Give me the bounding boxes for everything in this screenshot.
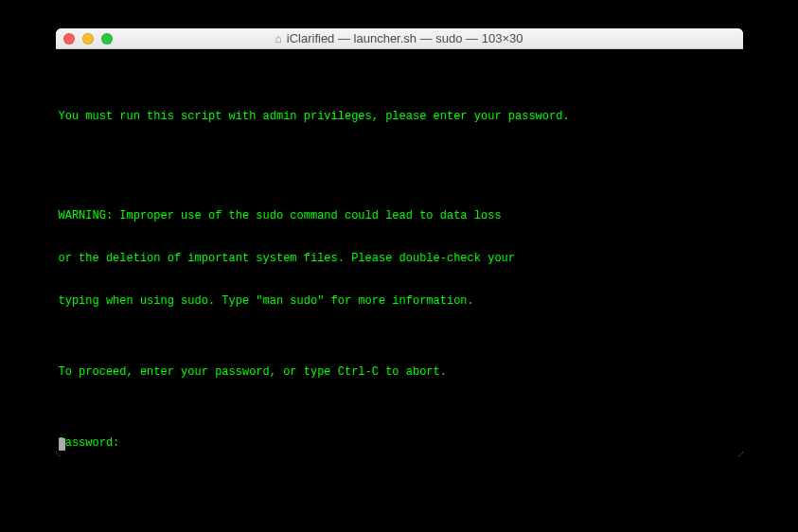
terminal-line: typing when using sudo. Type "man sudo" …: [59, 294, 740, 309]
terminal-window: ⌂ iClarified — launcher.sh — sudo — 103×…: [56, 28, 743, 456]
password-prompt: Password:: [59, 436, 740, 451]
terminal-cursor: [59, 438, 65, 451]
terminal-line: You must run this script with admin priv…: [59, 110, 740, 124]
close-button[interactable]: [63, 33, 75, 44]
home-icon: ⌂: [275, 32, 282, 45]
terminal-content[interactable]: You must run this script with admin priv…: [56, 49, 743, 456]
maximize-button[interactable]: [101, 33, 113, 44]
window-controls: [56, 33, 113, 44]
terminal-line: WARNING: Improper use of the sudo comman…: [59, 209, 740, 223]
window-titlebar[interactable]: ⌂ iClarified — launcher.sh — sudo — 103×…: [56, 28, 743, 49]
window-title: iClarified — launcher.sh — sudo — 103×30: [287, 31, 523, 45]
minimize-button[interactable]: [82, 33, 94, 44]
terminal-line: or the deletion of important system file…: [59, 252, 740, 266]
terminal-line: To proceed, enter your password, or type…: [59, 365, 740, 380]
title-wrap: ⌂ iClarified — launcher.sh — sudo — 103×…: [56, 31, 743, 45]
